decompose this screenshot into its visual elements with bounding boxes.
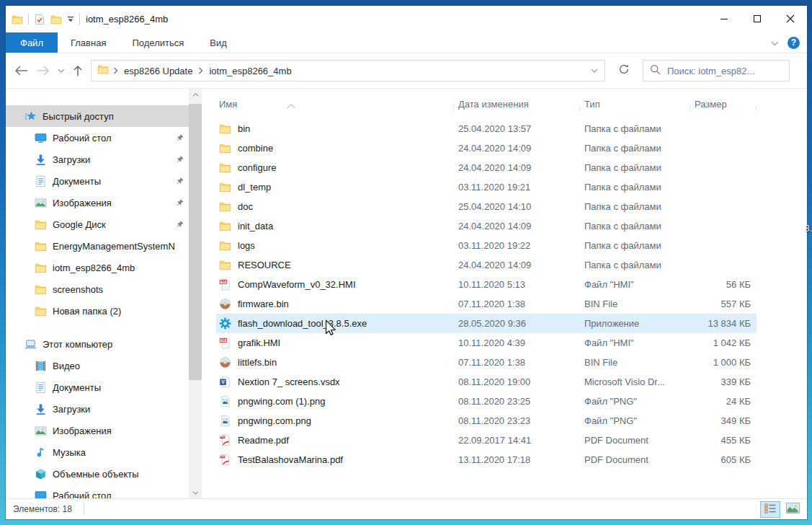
sidebar-item[interactable]: Google Диск [6, 213, 189, 235]
ribbon-expand-chevron-icon[interactable] [771, 36, 779, 49]
tab-file[interactable]: Файл [6, 32, 58, 53]
file-row[interactable]: flash_download_tool_3.8.5.exe28.05.2020 … [216, 314, 757, 333]
file-row[interactable]: pngwing.com.png08.11.2020 23:23Файл "PNG… [216, 411, 757, 431]
sidebar-item[interactable]: Рабочий стол [6, 485, 189, 498]
column-header-type[interactable]: Тип [580, 99, 690, 115]
explorer-window: iotm_esp8266_4mb Файл Главная Поделиться… [6, 6, 807, 519]
tab-view[interactable]: Вид [197, 32, 240, 53]
file-row[interactable]: HMICompWaveform_v0_32.HMI10.11.2020 5:13… [216, 275, 757, 294]
hmi-file-icon: HMI [219, 278, 231, 291]
quick-access-star-icon [24, 110, 37, 123]
file-name: RESOURCE [238, 260, 291, 270]
file-date: 25.04.2020 14:10 [454, 201, 580, 212]
file-row[interactable]: littlefs.bin07.11.2020 1:38BIN File1 000… [216, 353, 757, 372]
close-button[interactable] [774, 6, 807, 32]
file-type: Папка с файлами [580, 123, 690, 134]
search-input[interactable]: Поиск: iotm_esp82... [643, 60, 790, 81]
scroll-down-icon[interactable] [189, 487, 202, 498]
maximize-button[interactable] [741, 6, 774, 32]
file-name-cell: HMICompWaveform_v0_32.HMI [216, 278, 454, 291]
sidebar-item[interactable]: Изображения [6, 420, 189, 441]
thumbnails-view-button[interactable] [782, 501, 803, 518]
breadcrumb-chevron-icon[interactable] [113, 64, 118, 77]
column-header-name[interactable]: Имя [216, 99, 454, 115]
file-date: 07.11.2020 1:38 [454, 357, 580, 368]
details-view-button[interactable] [760, 501, 780, 518]
address-bar[interactable]: esp8266 Update iotm_esp8266_4mb [91, 60, 605, 81]
file-date: 28.05.2020 9:36 [454, 318, 580, 329]
file-name-cell: PDFReadme.pdf [216, 434, 454, 446]
file-row[interactable]: bin25.04.2020 13:57Папка с файлами [216, 119, 757, 138]
breadcrumb-chevron-icon[interactable] [198, 64, 203, 77]
sidebar-section-quick-access[interactable]: Быстрый доступ [6, 105, 189, 127]
sidebar-item[interactable]: Рабочий стол [6, 127, 189, 149]
file-row[interactable]: firmware.bin07.11.2020 1:38BIN File557 К… [216, 294, 757, 314]
file-row[interactable]: PDFTestBalashovaMarina.pdf13.11.2020 17:… [216, 450, 757, 469]
help-button[interactable]: ? [788, 37, 800, 49]
file-row[interactable]: dl_temp03.11.2020 19:21Папка с файлами [216, 177, 757, 197]
search-placeholder: Поиск: iotm_esp82... [667, 66, 754, 76]
maximize-icon [753, 13, 762, 26]
sidebar-item[interactable]: Загрузки [6, 398, 189, 420]
file-type: Microsoft Visio Dr... [580, 376, 690, 387]
tab-home[interactable]: Главная [58, 32, 119, 53]
toolbar-separator [28, 14, 29, 25]
sidebar-item[interactable]: Изображения [6, 192, 189, 213]
file-type: Папка с файлами [580, 143, 690, 154]
window-controls [708, 6, 807, 32]
title-bar[interactable]: iotm_esp8266_4mb [6, 6, 807, 32]
forward-icon[interactable] [36, 66, 50, 76]
downloads-arrow-icon [35, 403, 47, 415]
navigation-buttons [12, 65, 87, 76]
minimize-button[interactable] [708, 6, 741, 32]
folder-icon[interactable] [12, 14, 23, 25]
customize-qat-arrow-icon[interactable] [67, 16, 74, 22]
file-row[interactable]: configure24.04.2020 14:09Папка с файлами [216, 158, 757, 177]
address-dropdown-chevron-icon[interactable] [584, 61, 604, 81]
file-row[interactable]: RESOURCE24.04.2020 14:09Папка с файлами [216, 255, 757, 275]
up-icon[interactable] [73, 65, 83, 76]
file-row[interactable]: VNextion 7_ screens.vsdx08.11.2020 19:00… [216, 372, 757, 392]
file-row[interactable]: pngwing.com (1).png08.11.2020 23:25Файл … [216, 392, 757, 411]
sidebar-item-label: Видео [53, 361, 80, 371]
file-row[interactable]: PDFReadme.pdf22.09.2017 14:41PDF Documen… [216, 431, 757, 450]
column-label: Размер [695, 99, 727, 110]
sidebar-item[interactable]: Новая папка (2) [6, 300, 189, 322]
sidebar-item[interactable]: Загрузки [6, 149, 189, 170]
properties-check-icon[interactable] [34, 14, 45, 25]
sidebar-item[interactable]: Документы [6, 170, 189, 192]
ribbon-tabs: Файл Главная Поделиться Вид ? [6, 32, 807, 53]
file-row[interactable]: logs03.11.2020 19:22Папка с файлами [216, 236, 757, 255]
tab-share[interactable]: Поделиться [119, 32, 197, 53]
file-name: logs [238, 240, 255, 251]
sidebar-section-this-pc[interactable]: Этот компьютер [6, 333, 189, 355]
sidebar-item[interactable]: Документы [6, 376, 189, 398]
column-header-size[interactable]: Размер [690, 99, 757, 115]
sidebar-scrollbar[interactable] [189, 89, 202, 498]
sidebar-item[interactable]: screenshots [6, 278, 189, 300]
file-name: Readme.pdf [238, 435, 289, 446]
scroll-up-icon[interactable] [189, 89, 202, 100]
sidebar-item[interactable]: Музыка [6, 441, 189, 463]
sidebar-item[interactable]: iotm_esp8266_4mb [6, 257, 189, 278]
sidebar-item[interactable]: EnergyManagementSystemN [6, 235, 189, 257]
refresh-button[interactable] [609, 60, 639, 81]
file-name-cell: bin [216, 123, 454, 135]
file-date: 25.04.2020 13:57 [454, 123, 580, 134]
recent-locations-chevron-icon[interactable] [58, 69, 65, 73]
sidebar-item[interactable]: Видео [6, 355, 189, 376]
file-row[interactable]: combine24.04.2020 14:09Папка с файлами [216, 138, 757, 158]
file-row[interactable]: init_data24.04.2020 14:09Папка с файлами [216, 216, 757, 236]
breadcrumb-segment[interactable]: esp8266 Update [122, 66, 194, 76]
window-title: iotm_esp8266_4mb [86, 14, 168, 25]
pin-icon [176, 133, 184, 142]
sidebar-item[interactable]: Объемные объекты [6, 463, 189, 485]
scrollbar-thumb[interactable] [189, 104, 202, 380]
file-row[interactable]: doc25.04.2020 14:10Папка с файлами [216, 197, 757, 216]
file-row[interactable]: HMIgrafik.HMI10.11.2020 4:39Файл "HMI"1 … [216, 333, 757, 353]
breadcrumb-segment[interactable]: iotm_esp8266_4mb [208, 66, 293, 76]
file-name-cell: combine [216, 142, 454, 154]
back-icon[interactable] [14, 66, 28, 76]
column-header-date[interactable]: Дата изменения [454, 99, 580, 115]
folder-icon[interactable] [50, 14, 62, 25]
